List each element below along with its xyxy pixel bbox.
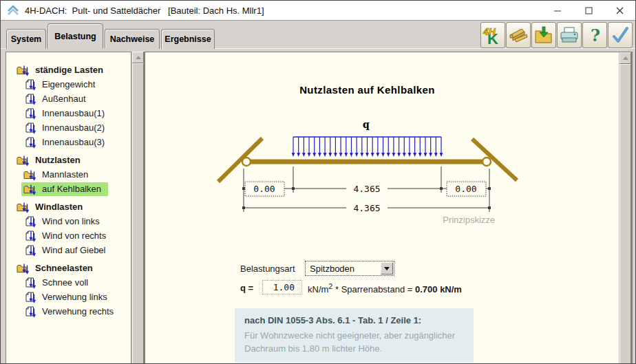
print-button[interactable] xyxy=(557,22,582,48)
q-label: q = xyxy=(240,283,253,293)
din-note-body: Für Wohnzwecke nicht geeigneter, aber zu… xyxy=(244,330,464,356)
sidebar-item-ständige-lasten[interactable]: ständige Lasten xyxy=(6,63,131,77)
triangle-up-icon xyxy=(623,56,628,60)
dim-total-label: 4.365 xyxy=(353,203,380,213)
svg-text:?: ? xyxy=(591,25,600,45)
tab-system[interactable]: System xyxy=(6,29,46,49)
item-content: Nutzlasten xyxy=(14,153,87,167)
chevron-down-icon xyxy=(384,267,390,270)
scrollbar-thumb[interactable] xyxy=(132,63,144,364)
din-note-box: nach DIN 1055-3 Abs. 6.1 - Tab. 1 / Zeil… xyxy=(235,308,474,363)
belastungsart-value: Spitzboden xyxy=(306,264,381,274)
import-folder-button[interactable] xyxy=(531,22,556,48)
tab-ergebnisse[interactable]: Ergebnisse xyxy=(161,29,215,49)
folder-load-icon xyxy=(17,64,30,76)
multiplier-label: * Sparrenabstand = xyxy=(332,284,415,295)
item-content: Verwehung links xyxy=(21,290,114,304)
din-note-title: nach DIN 1055-3 Abs. 6.1 - Tab. 1 / Zeil… xyxy=(244,314,464,328)
sidebar-item-windlasten[interactable]: Windlasten xyxy=(6,200,131,214)
sidebar-item-label: auf Kehlbalken xyxy=(42,184,101,194)
printer-icon xyxy=(559,25,580,45)
sidebar-scrollbar[interactable] xyxy=(131,52,145,364)
sidebar-item-eigengewicht[interactable]: Eigengewicht xyxy=(6,77,131,92)
sidebar-item-label: Eigengewicht xyxy=(42,79,95,89)
folder-arrow-icon xyxy=(533,25,554,45)
sidebar-item-auf-kehlbalken[interactable]: auf Kehlbalken xyxy=(6,182,131,196)
sidebar-item-label: Windlasten xyxy=(35,202,83,212)
help-icon: ? xyxy=(584,25,605,45)
help-button[interactable]: ? xyxy=(582,22,607,48)
scroll-up-button[interactable] xyxy=(619,52,631,64)
q-value-input[interactable] xyxy=(262,280,302,295)
timber-button[interactable] xyxy=(506,22,531,48)
load-q-label: q xyxy=(363,119,370,130)
item-content: Innenausbau(2) xyxy=(21,121,112,135)
document-load-icon xyxy=(23,291,37,303)
timber-icon xyxy=(508,25,529,45)
item-content: Schneelasten xyxy=(14,261,100,275)
app-window: 4H-DACH: Pult- und Satteldächer [Bauteil… xyxy=(0,0,636,364)
dim-left-field[interactable]: 0.00 xyxy=(245,182,284,196)
sidebar-item-label: Nutzlasten xyxy=(35,155,81,165)
distributed-load-arrows xyxy=(292,137,443,157)
main-scrollbar[interactable] xyxy=(619,52,632,364)
document-load-icon xyxy=(23,93,37,105)
sidebar-item-mannlasten[interactable]: Mannlasten xyxy=(6,167,131,182)
item-content: Mannlasten xyxy=(21,168,95,182)
dropdown-button[interactable] xyxy=(381,262,393,275)
svg-text:4H: 4H xyxy=(483,26,496,37)
minimize-button[interactable] xyxy=(542,1,573,20)
sidebar-item-schneelasten[interactable]: Schneelasten xyxy=(6,261,131,275)
sidebar-item-außenhaut[interactable]: Außenhaut xyxy=(6,92,131,106)
document-load-icon xyxy=(23,230,37,242)
sidebar-item-label: Innenausbau(3) xyxy=(42,137,105,147)
tab-belastung[interactable]: Belastung xyxy=(47,23,103,49)
sidebar-item-wind-auf-giebel[interactable]: Wind auf Giebel xyxy=(6,243,131,257)
kehlbalken-load-diagram: q xyxy=(145,114,589,237)
close-button[interactable] xyxy=(604,1,635,20)
confirm-button[interactable] xyxy=(608,22,633,48)
sidebar-item-label: Innenausbau(1) xyxy=(42,108,105,118)
tab-strip: System Belastung Nachweise Ergebnisse K … xyxy=(1,21,635,49)
belastungsart-select[interactable]: Spitzboden xyxy=(305,261,394,276)
sidebar-item-innenausbau-3[interactable]: Innenausbau(3) xyxy=(6,135,131,149)
sidebar-item-innenausbau-2[interactable]: Innenausbau(2) xyxy=(6,120,131,135)
dim-right-field[interactable]: 0.00 xyxy=(447,182,486,196)
sidebar-item-verwehung-rechts[interactable]: Verwehung rechts xyxy=(6,304,131,319)
sidebar-item-label: Schnee voll xyxy=(42,277,88,288)
tab-label: Nachweise xyxy=(110,34,155,44)
dim-mid-label: 4.365 xyxy=(353,184,380,194)
document-load-icon xyxy=(23,306,37,318)
sidebar-item-verwehung-links[interactable]: Verwehung links xyxy=(6,290,131,304)
sidebar-item-wind-von-links[interactable]: Wind von links xyxy=(6,214,131,228)
item-content: Außenhaut xyxy=(21,92,93,106)
scrollbar-thumb[interactable] xyxy=(619,64,631,364)
window-title: 4H-DACH: Pult- und Satteldächer [Bauteil… xyxy=(25,6,264,16)
document-load-icon xyxy=(23,78,37,91)
sidebar-item-label: Außenhaut xyxy=(42,94,86,104)
selected-item-highlight: auf Kehlbalken xyxy=(21,182,108,196)
sketch-caption: Prinzipskizze xyxy=(443,215,495,225)
folder-load-icon xyxy=(23,183,37,195)
sidebar-item-wind-von-rechts[interactable]: Wind von rechts xyxy=(6,228,131,243)
app-roof-icon xyxy=(7,5,19,16)
sidebar-item-schnee-voll[interactable]: Schnee voll xyxy=(6,275,131,290)
sidebar-item-nutzlasten[interactable]: Nutzlasten xyxy=(6,153,131,167)
item-content: Wind von links xyxy=(21,215,107,228)
sidebar-item-label: Wind von rechts xyxy=(42,231,106,241)
tab-label: Ergebnisse xyxy=(165,34,211,44)
sidebar-item-innenausbau-1[interactable]: Innenausbau(1) xyxy=(6,106,131,120)
svg-text:0.00: 0.00 xyxy=(253,184,275,194)
tab-nachweise[interactable]: Nachweise xyxy=(105,29,160,49)
q-unit: kN/m xyxy=(308,284,328,295)
toolbar: K 4H xyxy=(480,22,633,48)
titlebar: 4H-DACH: Pult- und Satteldächer [Bauteil… xyxy=(1,1,635,21)
checkmark-icon xyxy=(610,25,630,45)
load-tree-sidebar: ständige LastenEigengewichtAußenhautInne… xyxy=(6,52,131,364)
sidebar-item-label: ständige Lasten xyxy=(35,65,103,75)
sidebar-item-label: Wind auf Giebel xyxy=(42,245,106,255)
maximize-button[interactable] xyxy=(573,1,604,20)
scroll-up-button[interactable] xyxy=(132,52,144,63)
tab-label: System xyxy=(11,34,41,44)
logo-4h-button[interactable]: K 4H xyxy=(480,22,505,48)
